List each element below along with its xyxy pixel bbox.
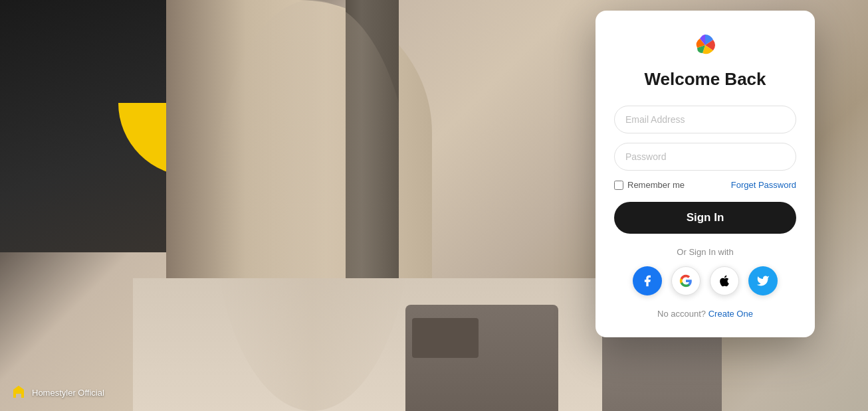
password-input[interactable]: [614, 143, 796, 171]
remember-me-text: Remember me: [627, 180, 685, 190]
create-account-link[interactable]: Create One: [708, 309, 753, 319]
sofa-cushion: [412, 318, 479, 358]
options-row: Remember me Forget Password: [614, 180, 796, 190]
email-group: [614, 106, 796, 133]
remember-me-checkbox[interactable]: [614, 181, 623, 190]
twitter-icon: [756, 274, 770, 288]
sign-in-button[interactable]: Sign In: [614, 202, 796, 234]
watermark: Homestyler Official: [11, 384, 104, 400]
remember-me-label[interactable]: Remember me: [614, 180, 685, 190]
twitter-sign-in-button[interactable]: [748, 266, 778, 295]
facebook-icon: [641, 274, 654, 288]
password-group: [614, 143, 796, 171]
facebook-sign-in-button[interactable]: [633, 266, 662, 295]
sofa-right: [602, 331, 722, 411]
apple-icon: [718, 274, 731, 288]
email-input[interactable]: [614, 106, 796, 133]
or-signin-text: Or Sign In with: [614, 247, 796, 257]
no-account-row: No account? Create One: [614, 309, 796, 319]
social-icons-row: [614, 266, 796, 295]
svg-marker-1: [13, 386, 24, 390]
arch-wall: [213, 0, 412, 411]
watermark-text: Homestyler Official: [32, 388, 104, 398]
google-sign-in-button[interactable]: [671, 266, 701, 295]
no-account-text: No account?: [657, 309, 706, 319]
card-logo-container: [614, 32, 796, 58]
watermark-logo-icon: [11, 384, 27, 400]
login-title: Welcome Back: [614, 69, 796, 90]
login-card: Welcome Back Remember me Forget Password…: [596, 11, 815, 337]
apple-sign-in-button[interactable]: [710, 266, 739, 295]
forget-password-link[interactable]: Forget Password: [731, 180, 796, 190]
app-logo-icon: [692, 32, 718, 58]
google-icon: [679, 274, 693, 288]
